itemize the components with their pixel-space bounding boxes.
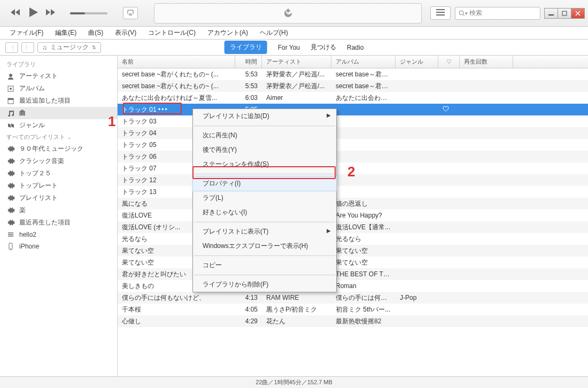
play-icon[interactable] bbox=[29, 7, 38, 19]
ctx-copy[interactable]: コピー bbox=[193, 258, 336, 273]
maximize-button[interactable] bbox=[558, 8, 571, 19]
table-row[interactable]: 美しきもの6:34Sound HorizonRoman bbox=[118, 280, 588, 292]
cell-album: Roman bbox=[331, 282, 396, 290]
table-row[interactable]: あなたに出会わなければ～夏雪...6:03Aimerあなたに出会わな... bbox=[118, 92, 588, 104]
menu-edit[interactable]: 編集(E) bbox=[52, 27, 80, 38]
svg-rect-1 bbox=[436, 12, 445, 13]
col-plays[interactable]: 再生回数 bbox=[460, 56, 513, 68]
sidebar-pl-2[interactable]: トップ２５ bbox=[0, 167, 117, 180]
list-view-button[interactable] bbox=[430, 6, 451, 20]
volume-slider[interactable] bbox=[70, 12, 107, 14]
table-row[interactable]: トラック 05 bbox=[118, 139, 588, 151]
tab-foryou[interactable]: For You bbox=[278, 44, 300, 51]
close-button[interactable] bbox=[571, 8, 585, 19]
gear-icon bbox=[6, 194, 15, 203]
ctx-add-to-playlist[interactable]: プレイリストに追加(D)▶ bbox=[193, 109, 336, 123]
menu-control[interactable]: コントロール(C) bbox=[145, 27, 199, 38]
cell-album: 果てない空 bbox=[331, 258, 396, 267]
airplay-button[interactable] bbox=[123, 7, 138, 19]
ctx-create-station[interactable]: ステーションを作成(S) bbox=[193, 157, 336, 172]
ctx-love[interactable]: ラブ(L) bbox=[193, 191, 336, 205]
menu-help[interactable]: ヘルプ(H) bbox=[257, 27, 291, 38]
ctx-properties[interactable]: プロパティ(I) bbox=[192, 176, 337, 191]
media-selector[interactable]: ♫ ミュージック ⇅ bbox=[37, 42, 101, 53]
minimize-button[interactable] bbox=[544, 8, 558, 19]
search-input[interactable]: ▾ 検索 bbox=[455, 7, 540, 20]
nav-forward-button[interactable]: 〉 bbox=[21, 42, 34, 53]
chevron-down-icon: ⌄ bbox=[67, 135, 72, 140]
menu-file[interactable]: ファイル(F) bbox=[6, 27, 47, 38]
ctx-play-next[interactable]: 次に再生(N) bbox=[193, 128, 336, 143]
sidebar-pl-3[interactable]: トップレート bbox=[0, 180, 117, 192]
menu-account[interactable]: アカウント(A) bbox=[204, 27, 251, 38]
tab-radio[interactable]: Radio bbox=[347, 44, 363, 51]
ctx-play-later[interactable]: 後で再生(Y) bbox=[193, 143, 336, 157]
sidebar-item-label: アーティスト bbox=[19, 72, 58, 81]
cell-album: secret base～君が... bbox=[331, 70, 396, 79]
col-heart[interactable]: ♡ bbox=[438, 56, 460, 68]
col-name[interactable]: 名前 bbox=[118, 56, 235, 68]
table-row[interactable]: 光るなら光るなら bbox=[118, 233, 588, 245]
ctx-show-in-playlist[interactable]: プレイリストに表示(T)▶ bbox=[193, 224, 336, 239]
selector-label: ミュージック bbox=[50, 43, 89, 52]
chevron-updown-icon: ⇅ bbox=[92, 45, 96, 50]
sidebar-pl-4[interactable]: プレイリスト bbox=[0, 192, 117, 204]
sidebar-icon bbox=[6, 109, 15, 118]
sidebar-lib-3[interactable]: 曲 bbox=[0, 107, 117, 119]
table-row[interactable]: 果てない空果てない空 bbox=[118, 245, 588, 257]
menu-view[interactable]: 表示(V) bbox=[112, 27, 140, 38]
table-row[interactable]: 風になる猫の恩返し bbox=[118, 198, 588, 209]
sidebar-pl-8[interactable]: iPhone bbox=[0, 240, 117, 252]
table-row[interactable]: secret base ~君がくれたもの~ (...5:53茅野愛衣／戸松遥/.… bbox=[118, 80, 588, 92]
cell-artist: 茅野愛衣／戸松遥/... bbox=[262, 82, 331, 91]
table-row[interactable]: 心做し4:29花たん最新热歌慢摇82 bbox=[118, 315, 588, 327]
sidebar-lib-2[interactable]: 最近追加した項目 bbox=[0, 95, 117, 107]
cell-heart[interactable] bbox=[438, 106, 460, 114]
table-row[interactable]: 復活LOVEAre You Happy? bbox=[118, 209, 588, 221]
sidebar-header-library: ライブラリ bbox=[0, 59, 117, 70]
tab-library[interactable]: ライブラリ bbox=[225, 41, 267, 54]
sidebar-lib-0[interactable]: アーティスト bbox=[0, 70, 117, 82]
gear-icon bbox=[6, 157, 15, 166]
next-icon[interactable] bbox=[46, 9, 57, 18]
table-row[interactable]: トラック 03 bbox=[118, 115, 588, 127]
table-row[interactable]: secret base ~君がくれたもの~ (...5:53茅野愛衣／戸松遥/.… bbox=[118, 68, 588, 80]
table-row[interactable]: トラック 04 bbox=[118, 127, 588, 139]
tab-browse[interactable]: 見つける bbox=[311, 43, 336, 52]
table-row[interactable]: 君が好きだと叫びたい3:50BAADTHE BEST OF TV A... bbox=[118, 268, 588, 280]
sidebar-pl-7[interactable]: hello2 bbox=[0, 229, 117, 240]
sidebar-item-label: hello2 bbox=[19, 231, 36, 238]
sidebar-lib-4[interactable]: ジャンル bbox=[0, 119, 117, 131]
sidebar-pl-6[interactable]: 最近再生した項目 bbox=[0, 216, 117, 229]
table-row[interactable]: トラック 13 bbox=[118, 186, 588, 198]
table-row[interactable]: トラック 01 •••5:35 bbox=[118, 104, 588, 115]
col-artist[interactable]: アーティスト bbox=[262, 56, 331, 68]
menu-song[interactable]: 曲(S) bbox=[85, 27, 106, 38]
table-row[interactable]: 千本桜4:05黒うさP/初音ミク初音ミク 5thバー... bbox=[118, 304, 588, 315]
table-row[interactable]: 復活LOVE (オリシ...復活LOVE【通常... bbox=[118, 221, 588, 233]
prev-icon[interactable] bbox=[11, 9, 21, 18]
sidebar-header-playlists[interactable]: すべてのプレイリスト⌄ bbox=[0, 131, 117, 143]
gear-icon bbox=[6, 219, 15, 227]
table-row[interactable]: 僕らの手には何もないけど、4:13RAM WIRE僕らの手には何も...J-Po… bbox=[118, 292, 588, 304]
sidebar-pl-0[interactable]: ９０年代ミュージック bbox=[0, 143, 117, 155]
cell-album: secret base～君が... bbox=[331, 82, 396, 91]
col-time[interactable]: 時間 bbox=[235, 56, 262, 68]
nav-back-button[interactable]: 〈 bbox=[5, 42, 18, 53]
sidebar-pl-1[interactable]: クラシック音楽 bbox=[0, 155, 117, 167]
sidebar-pl-5[interactable]: 楽 bbox=[0, 204, 117, 216]
svg-rect-2 bbox=[436, 14, 445, 15]
gear-icon bbox=[6, 182, 15, 190]
table-row[interactable]: 果てない空嵐果てない空 bbox=[118, 257, 588, 268]
ctx-show-in-explorer[interactable]: Windowsエクスプローラーで表示(H) bbox=[193, 239, 336, 253]
ctx-dislike[interactable]: 好きじゃない(I) bbox=[193, 205, 336, 220]
table-row[interactable]: トラック 06 bbox=[118, 151, 588, 162]
sidebar-lib-1[interactable]: アルバム bbox=[0, 82, 117, 95]
status-bar: 22曲／1時間45分／152.7 MB bbox=[0, 376, 588, 388]
sidebar-icon bbox=[6, 121, 15, 130]
ctx-delete[interactable]: ライブラリから削除(F) bbox=[193, 277, 336, 292]
cell-artist: RAM WIRE bbox=[262, 294, 331, 301]
sidebar-icon bbox=[6, 84, 15, 93]
col-album[interactable]: アルバム bbox=[331, 56, 396, 68]
col-genre[interactable]: ジャンル bbox=[396, 56, 438, 68]
